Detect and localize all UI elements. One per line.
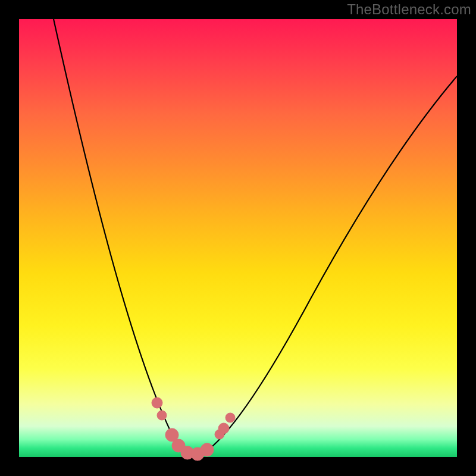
- markers-group: [152, 397, 235, 461]
- chart-frame: TheBottleneck.com: [0, 0, 476, 476]
- marker-point: [152, 397, 162, 408]
- marker-point: [226, 413, 235, 422]
- marker-point: [218, 423, 229, 434]
- plot-area: [19, 19, 457, 457]
- bottleneck-curve: [54, 19, 457, 455]
- chart-svg: [19, 19, 457, 457]
- watermark-text: TheBottleneck.com: [347, 1, 471, 18]
- marker-point: [201, 443, 214, 456]
- marker-point: [157, 411, 167, 420]
